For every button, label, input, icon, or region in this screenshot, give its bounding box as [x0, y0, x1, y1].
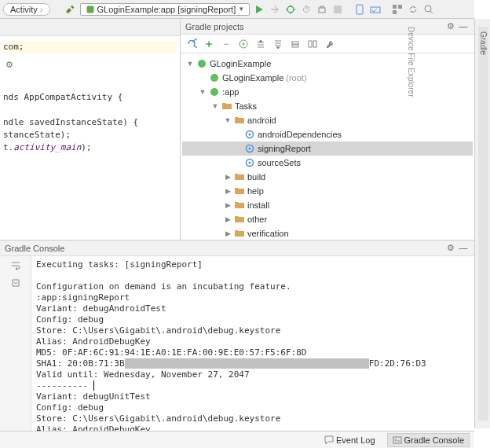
svg-rect-19	[313, 41, 316, 47]
tree-task-sourceSets[interactable]: sourceSets	[182, 156, 473, 170]
code-line: t.	[3, 142, 13, 152]
right-tool-rail: Gradle Device File Explorer	[474, 19, 490, 428]
tree-tasks[interactable]: ▼Tasks	[182, 99, 473, 113]
task-icon	[244, 143, 255, 154]
console-header: Gradle Console ⚙—	[0, 241, 474, 256]
gradle-console-panel: Gradle Console ⚙— Executing tasks: [sign…	[0, 240, 474, 431]
svg-rect-6	[319, 8, 325, 13]
gradle-tool-tab[interactable]: Gradle	[478, 27, 488, 420]
svg-point-1	[287, 6, 294, 13]
soft-wrap-icon[interactable]	[9, 259, 22, 272]
profiler-icon[interactable]: ⏱	[300, 3, 313, 16]
breadcrumb-label: Activity	[10, 5, 38, 14]
editor-tabs	[0, 19, 180, 36]
avd-manager-icon[interactable]	[353, 3, 366, 16]
editor-body[interactable]: com; nds AppCompatActivity { ndle savedI…	[0, 36, 180, 159]
svg-rect-8	[357, 5, 363, 14]
svg-point-20	[198, 60, 206, 68]
toggle-offline-icon[interactable]	[289, 38, 302, 50]
code-line: nds AppCompatActivity {	[3, 92, 122, 102]
sdk-manager-icon[interactable]	[369, 3, 382, 16]
gradle-toolbar: + −	[181, 35, 474, 53]
tree-folder-build[interactable]: ▶build	[182, 170, 473, 184]
gradle-tree[interactable]: ▼GLoginExample GLoginExample (root) ▼:ap…	[181, 53, 474, 240]
search-icon[interactable]	[422, 3, 435, 16]
tree-root[interactable]: ▼GLoginExample	[182, 57, 473, 71]
panel-title: Gradle projects	[185, 22, 244, 31]
attach-debugger-icon[interactable]	[316, 3, 328, 16]
code-line: com;	[3, 42, 24, 52]
tree-folder-verification[interactable]: ▶verification	[182, 226, 473, 240]
debug-button[interactable]	[284, 3, 297, 16]
run-config-label: GLoginExample:app [signingReport]	[97, 5, 236, 14]
status-bar: Event Log Gradle Console	[0, 431, 474, 448]
tree-folder-other[interactable]: ▶other	[182, 212, 473, 226]
gradle-icon	[209, 86, 220, 97]
gear-icon[interactable]: ⚙	[444, 242, 457, 255]
main-toolbar: Activity › GLoginExample:app [signingRep…	[0, 0, 474, 19]
task-icon	[244, 129, 255, 140]
hammer-icon[interactable]	[64, 3, 77, 16]
execute-icon[interactable]	[237, 38, 250, 50]
folder-icon	[234, 200, 245, 211]
tree-root-module[interactable]: GLoginExample (root)	[182, 71, 473, 85]
run-button[interactable]	[253, 3, 265, 16]
expand-all-icon[interactable]	[254, 38, 267, 50]
wrench-icon[interactable]	[324, 38, 336, 50]
event-log-button[interactable]: Event Log	[319, 433, 381, 447]
breadcrumb[interactable]: Activity ›	[3, 3, 50, 16]
folder-icon	[234, 228, 245, 239]
folder-icon	[234, 171, 245, 182]
tree-task-signingReport[interactable]: signingReport	[182, 141, 473, 156]
console-side-toolbar	[0, 256, 31, 431]
chevron-right-icon: ›	[40, 5, 43, 14]
code-line: ndle savedInstanceState) {	[3, 117, 138, 127]
svg-rect-11	[398, 5, 402, 9]
tree-task-androidDependencies[interactable]: androidDependencies	[182, 127, 473, 141]
svg-point-13	[425, 6, 431, 12]
task-icon	[244, 157, 255, 168]
folder-icon	[234, 115, 245, 126]
editor-gear-icon[interactable]: ⚙	[3, 58, 16, 71]
svg-point-26	[249, 148, 251, 150]
console-icon	[393, 435, 402, 445]
speech-bubble-icon	[324, 435, 334, 445]
svg-line-14	[430, 11, 433, 13]
gradle-panel-header: Gradle projects ⚙—	[181, 19, 474, 35]
folder-icon	[221, 101, 232, 112]
chevron-down-icon: ▼	[238, 6, 244, 13]
tree-folder-android[interactable]: ▼android	[182, 113, 473, 127]
hide-icon[interactable]: —	[457, 241, 470, 254]
gradle-icon	[209, 72, 220, 83]
gradle-console-button[interactable]: Gradle Console	[387, 433, 470, 447]
tree-app-module[interactable]: ▼:app	[182, 85, 473, 99]
svg-point-28	[249, 162, 251, 164]
svg-rect-10	[393, 5, 397, 9]
sync-icon[interactable]	[407, 3, 419, 16]
refresh-icon[interactable]	[185, 38, 198, 50]
svg-rect-16	[292, 42, 298, 44]
remove-icon[interactable]: −	[220, 38, 232, 50]
code-line: stanceState);	[3, 130, 71, 140]
tree-folder-install[interactable]: ▶install	[182, 198, 473, 212]
gradle-projects-panel: Gradle projects ⚙— + − ▼GLoginExample GL…	[181, 19, 474, 240]
project-structure-icon[interactable]	[391, 3, 404, 16]
scroll-to-end-icon[interactable]	[9, 277, 22, 289]
svg-rect-18	[309, 41, 312, 47]
apply-changes-icon[interactable]	[269, 3, 281, 16]
device-file-explorer-tab[interactable]: Device File Explorer	[407, 27, 415, 420]
toggle-tasks-icon[interactable]	[306, 38, 319, 50]
add-icon[interactable]: +	[203, 38, 215, 50]
hide-icon[interactable]: —	[457, 20, 470, 32]
svg-point-21	[210, 74, 218, 82]
collapse-all-icon[interactable]	[272, 38, 284, 50]
svg-rect-7	[334, 6, 342, 13]
svg-rect-0	[86, 6, 93, 13]
run-config-selector[interactable]: GLoginExample:app [signingReport] ▼	[80, 3, 250, 16]
tree-folder-help[interactable]: ▶help	[182, 184, 473, 198]
stop-button[interactable]	[331, 3, 344, 16]
svg-rect-12	[393, 10, 397, 14]
module-icon	[86, 5, 95, 14]
gear-icon[interactable]: ⚙	[444, 20, 457, 33]
svg-point-22	[210, 88, 218, 96]
